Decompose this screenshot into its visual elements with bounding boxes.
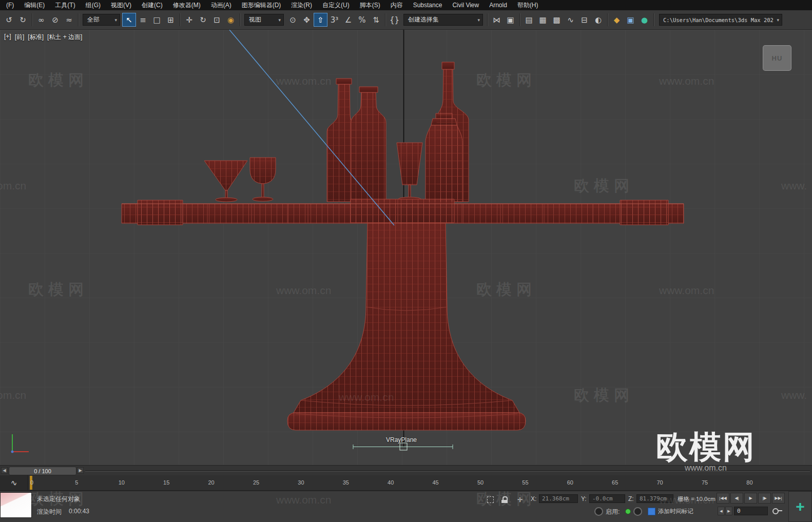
undo-icon[interactable]: ↺ xyxy=(2,13,16,27)
add-time-tag-button[interactable]: 添加时间标记 xyxy=(658,508,693,515)
time-slider-prev-button[interactable]: ◀ xyxy=(1,467,8,474)
menu-item[interactable]: (F) xyxy=(1,0,19,10)
project-path-dropdown[interactable]: C:\Users\Han\Documents\3ds Max 2022▾ xyxy=(659,14,782,26)
time-slider[interactable]: ◀ 0 / 100 ▶ xyxy=(0,465,812,475)
toolbar-separator xyxy=(180,13,180,26)
y-coord-field[interactable]: -0.0cm xyxy=(589,494,625,503)
go-to-end-button[interactable]: ▶▶| xyxy=(772,493,785,504)
spinner-snap-icon[interactable]: ⇅ xyxy=(369,13,383,27)
menu-item[interactable]: 自定义(U) xyxy=(317,0,355,10)
maxscript-mini-listener[interactable] xyxy=(0,492,32,518)
render-setup-icon[interactable]: ◆ xyxy=(610,13,624,27)
bind-to-space-warp-icon[interactable]: ≈ xyxy=(62,13,76,27)
menu-item[interactable]: 脚本(S) xyxy=(355,0,385,10)
select-and-scale-icon[interactable]: ⊡ xyxy=(210,13,224,27)
viewport-label-part[interactable]: [粘土 + 边面] xyxy=(47,33,82,42)
x-coord-field[interactable]: 21.368cm xyxy=(539,494,578,503)
snap-toggle-3d-icon[interactable]: 3³ xyxy=(327,13,341,27)
menu-item[interactable]: 组(G) xyxy=(81,0,106,10)
use-pivot-point-center-icon[interactable]: ⊙ xyxy=(286,13,300,27)
frame-spin-down-button[interactable]: ◀ xyxy=(718,507,725,515)
track-bar[interactable]: ∿ 05101520253035404550556065707580 xyxy=(0,475,812,491)
menu-item[interactable]: 视图(V) xyxy=(106,0,137,10)
toggle-layer-explorer-icon[interactable]: ▦ xyxy=(536,13,550,27)
curve-editor-icon[interactable]: ∿ xyxy=(564,13,577,27)
viewport-label-part[interactable]: [前] xyxy=(15,33,25,42)
select-and-link-icon[interactable]: ∞ xyxy=(34,13,48,27)
previous-frame-button[interactable]: ◀| xyxy=(730,493,743,504)
adaptive-degradation-icon[interactable] xyxy=(594,507,603,516)
toggle-ribbon-icon[interactable]: ▩ xyxy=(550,13,564,27)
menu-item[interactable]: 动画(A) xyxy=(206,0,237,10)
named-selection-sets-dropdown[interactable]: 创建选择集▾ xyxy=(403,14,483,26)
menu-item[interactable]: 内容 xyxy=(385,0,408,10)
align-icon[interactable]: ▣ xyxy=(504,13,517,27)
viewport-label-part[interactable]: [+] xyxy=(4,33,11,42)
play-button[interactable]: ▶ xyxy=(744,493,757,504)
isolate-selection-toggle[interactable] xyxy=(485,494,496,505)
render-time-value: 0:00:43 xyxy=(69,508,89,515)
rectangular-selection-region-icon[interactable]: □ xyxy=(150,13,164,27)
viewcube[interactable]: HU xyxy=(763,45,791,71)
keyboard-override-toggle-icon[interactable]: ⇧ xyxy=(314,13,327,27)
frame-tick-label: 5 xyxy=(75,479,78,486)
rendered-frame-window-icon[interactable]: ▣ xyxy=(624,13,637,27)
frame-tick-label: 80 xyxy=(746,479,752,486)
menu-item[interactable]: 渲染(R) xyxy=(286,0,317,10)
viewport[interactable]: [+][前][标准][粘土 + 边面] HU VRayPlane xyxy=(0,30,812,465)
status-prompt: 未选定任何对象 xyxy=(37,495,80,504)
menu-item[interactable]: Substance xyxy=(408,0,448,10)
select-and-manipulate-icon[interactable]: ✥ xyxy=(300,13,314,27)
frame-tick-label: 55 xyxy=(522,479,528,486)
key-mode-toggle[interactable] xyxy=(770,506,781,516)
edit-named-selection-sets-icon[interactable]: {} xyxy=(388,13,401,27)
frame-spin-up-button[interactable]: ▶ xyxy=(725,507,732,515)
percent-snap-icon[interactable]: % xyxy=(355,13,369,27)
enable-toggle-knob[interactable] xyxy=(633,507,642,516)
go-to-start-button[interactable]: |◀◀ xyxy=(717,493,729,504)
menu-item[interactable]: Civil View xyxy=(447,0,484,10)
frame-tick-label: 35 xyxy=(343,479,349,486)
viewport-label-part[interactable]: [标准] xyxy=(28,33,44,42)
angle-snap-icon[interactable]: ∠ xyxy=(341,13,355,27)
selection-filter-dropdown[interactable]: 全部▾ xyxy=(83,14,120,26)
frame-tick-label: 40 xyxy=(388,479,394,486)
render-production-icon[interactable]: ● xyxy=(637,13,651,27)
menu-item[interactable]: 图形编辑器(D) xyxy=(237,0,286,10)
time-slider-track[interactable] xyxy=(85,470,810,472)
selection-lock-toggle[interactable] xyxy=(499,494,510,505)
menu-item[interactable]: 工具(T) xyxy=(50,0,80,10)
menu-item[interactable]: Arnold xyxy=(484,0,512,10)
toggle-scene-explorer-icon[interactable]: ▤ xyxy=(522,13,536,27)
viewport-canvas[interactable] xyxy=(0,30,812,465)
window-crossing-icon[interactable]: ⊞ xyxy=(164,13,178,27)
current-frame-field[interactable]: 0 xyxy=(734,507,768,515)
select-and-rotate-icon[interactable]: ↻ xyxy=(196,13,210,27)
time-slider-handle[interactable]: 0 / 100 xyxy=(9,467,76,475)
frame-tick-label: 50 xyxy=(477,479,484,486)
menu-item[interactable]: 修改器(M) xyxy=(168,0,206,10)
select-object-icon[interactable]: ↖ xyxy=(122,13,136,27)
playback-controls: |◀◀◀|▶|▶▶▶| xyxy=(717,493,785,504)
time-slider-next-button[interactable]: ▶ xyxy=(77,467,84,474)
select-by-name-icon[interactable]: ≡ xyxy=(136,13,150,27)
menu-item[interactable]: 编辑(E) xyxy=(19,0,50,10)
mirror-icon[interactable]: ⋈ xyxy=(490,13,504,27)
schematic-view-icon[interactable]: ⊟ xyxy=(577,13,591,27)
maximize-viewport-toggle-button[interactable]: + xyxy=(788,491,812,522)
select-and-move-icon[interactable]: ✛ xyxy=(182,13,196,27)
main-toolbar: ↺↻∞⊘≈全部▾↖≡□⊞✛↻⊡◉视图▾⊙✥⇧3³∠%⇅{}创建选择集▾⋈▣▤▦▩… xyxy=(0,10,812,30)
next-frame-button[interactable]: |▶ xyxy=(758,493,771,504)
time-tag-icon xyxy=(648,508,655,515)
menu-item[interactable]: 创建(C) xyxy=(137,0,168,10)
z-coord-field[interactable]: 81.379cm xyxy=(636,494,673,503)
reference-coordinate-dropdown[interactable]: 视图▾ xyxy=(244,14,284,26)
absolute-mode-toggle[interactable]: ✛ xyxy=(514,494,526,505)
material-editor-icon[interactable]: ◐ xyxy=(591,13,605,27)
select-and-place-icon[interactable]: ◉ xyxy=(224,13,238,27)
x-coord-label: X: xyxy=(531,495,536,502)
unlink-selection-icon[interactable]: ⊘ xyxy=(48,13,62,27)
redo-icon[interactable]: ↻ xyxy=(16,13,30,27)
menu-item[interactable]: 帮助(H) xyxy=(512,0,544,10)
toolbar-separator xyxy=(607,13,608,26)
